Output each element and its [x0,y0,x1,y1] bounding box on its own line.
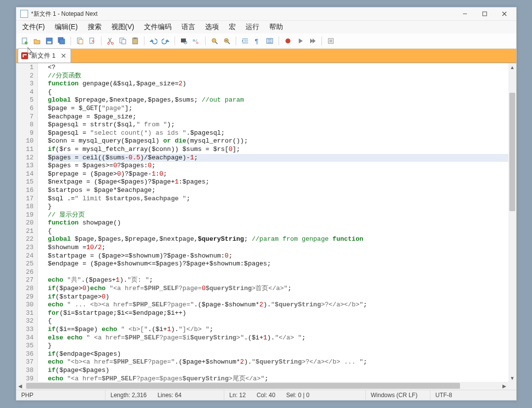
new-file-button[interactable] [19,36,30,46]
cut-doc-button[interactable] [87,36,98,46]
code-editor[interactable]: <?//分页函数function genpage(&$sql,$page_siz… [46,63,516,390]
menu-search[interactable]: 搜索 [83,21,106,33]
line-number[interactable]: 26 [23,268,34,277]
line-number[interactable]: 2 [23,72,34,80]
code-line[interactable]: $prepage = ($page>0)?$page-1:0; [48,170,514,179]
undo-button[interactable] [148,36,159,46]
line-number[interactable]: 12 [23,154,34,162]
copy-doc-button[interactable] [74,36,85,46]
scroll-left-arrow[interactable]: ◀ [16,382,24,390]
scroll-up-arrow[interactable]: ▲ [508,63,516,71]
line-number-gutter[interactable]: 1234567891011121314151617181920212223242… [16,63,38,390]
play-multi-button[interactable] [307,36,318,46]
zoom-in-button[interactable] [209,36,220,46]
menu-language[interactable]: 语言 [177,21,200,33]
menu-encoding[interactable]: 文件编码 [139,21,177,33]
show-para-button[interactable]: ¶ [252,36,263,46]
tab-close-button[interactable]: ✕ [60,52,68,59]
line-number[interactable]: 1 [23,64,34,72]
code-line[interactable]: global $page,$pages,$prepage,$nextpage,$… [48,235,514,244]
menu-options[interactable]: 选项 [200,21,224,33]
outdent-button[interactable] [264,36,275,46]
save-all-button[interactable] [56,36,67,46]
paste-button[interactable] [130,36,141,46]
menu-help[interactable]: 帮助 [264,21,288,33]
code-line[interactable]: $startpage = ($page>=$shownum)?$page-$sh… [48,252,514,260]
open-file-button[interactable] [32,36,42,46]
line-number[interactable]: 20 [23,219,34,227]
find-replace-button[interactable]: ab [191,36,202,46]
code-line[interactable]: if($startpage>0) [48,293,514,301]
vertical-scrollbar[interactable]: ▲ ▼ [508,63,516,382]
code-line[interactable]: } [48,203,514,211]
find-button[interactable] [178,36,189,46]
code-line[interactable]: $startpos = $page*$eachpage; [48,186,514,195]
code-line[interactable]: function genpage(&$sql,$page_size=2) [48,80,514,88]
menu-edit[interactable]: 编辑(E) [50,21,83,33]
code-line[interactable]: $pagesql = strstr($sql," from "); [48,121,514,129]
line-number[interactable]: 19 [23,211,34,220]
code-line[interactable]: echo " ... <b><a href=$PHP_SELF?page=".(… [48,301,514,309]
code-line[interactable]: function showpage() [48,219,514,227]
line-number[interactable]: 15 [23,178,34,186]
menu-view[interactable]: 视图(V) [106,21,140,33]
status-language[interactable]: PHP [16,390,106,400]
maximize-button[interactable] [475,7,495,20]
settings-button[interactable] [325,36,336,46]
code-line[interactable] [48,268,514,277]
code-line[interactable]: $endpage = ($page+$shownum<=$pages)?$pag… [48,260,514,268]
line-number[interactable]: 33 [23,326,34,334]
line-number[interactable]: 6 [23,105,34,113]
cut-button[interactable] [105,36,116,46]
line-number[interactable]: 28 [23,285,34,293]
line-number[interactable]: 22 [23,235,34,244]
code-line[interactable]: $pages = ceil(($sums-0.5)/$eachpage)-1; [48,154,514,162]
close-button[interactable] [495,7,514,20]
code-line[interactable]: echo "<b><a href=$PHP_SELF?page=".($page… [48,358,514,367]
line-number[interactable]: 17 [23,195,34,203]
code-line[interactable]: $sql .=" limit $startpos,$eachpage "; [48,195,514,203]
menu-file[interactable]: 文件(F) [17,21,50,33]
code-line[interactable]: if($i==$page) echo " <b>[".($i+1)."]</b>… [48,326,514,334]
status-encoding[interactable]: UTF-8 [430,390,516,400]
minimize-button[interactable] [455,7,475,20]
line-number[interactable]: 36 [23,350,34,359]
line-number[interactable]: 7 [23,113,34,121]
status-eol[interactable]: Windows (CR LF) [366,390,430,400]
scroll-right-arrow[interactable]: ▶ [500,382,508,390]
code-line[interactable]: global $prepage,$nextpage,$pages,$sums; … [48,96,514,105]
line-number[interactable]: 18 [23,203,34,211]
redo-button[interactable] [160,36,171,46]
code-line[interactable]: $conn = mysql_query($pagesql) or die(mys… [48,137,514,146]
line-number[interactable]: 29 [23,293,34,301]
copy-button[interactable] [117,36,128,46]
line-number[interactable]: 25 [23,260,34,268]
menu-macro[interactable]: 宏 [224,21,241,33]
tab-active[interactable]: 新文件 1 ✕ [18,48,71,63]
code-line[interactable]: $page = $_GET["page"]; [48,105,514,113]
scroll-down-arrow[interactable]: ▼ [508,374,516,382]
code-line[interactable]: // 显示分页 [48,211,514,220]
menu-run[interactable]: 运行 [241,21,264,33]
line-number[interactable]: 10 [23,137,34,146]
line-number[interactable]: 32 [23,317,34,326]
line-number[interactable]: 13 [23,162,34,170]
code-line[interactable]: $nextpage = ($page<$pages)?$page+1:$page… [48,178,514,186]
line-number[interactable]: 3 [23,80,34,88]
line-number[interactable]: 11 [23,146,34,154]
code-line[interactable]: echo "共".($pages+1)."页: "; [48,276,514,285]
line-number[interactable]: 16 [23,186,34,195]
code-line[interactable]: { [48,317,514,326]
code-line[interactable]: { [48,88,514,97]
line-number[interactable]: 37 [23,358,34,367]
code-line[interactable]: { [48,227,514,236]
record-button[interactable] [283,36,293,46]
line-number[interactable]: 23 [23,244,34,252]
line-number[interactable]: 24 [23,252,34,260]
line-number[interactable]: 4 [23,88,34,97]
line-number[interactable]: 35 [23,342,34,350]
code-line[interactable]: $shownum =10/2; [48,244,514,252]
line-number[interactable]: 34 [23,334,34,342]
save-button[interactable] [44,36,55,46]
code-line[interactable]: <? [48,64,514,72]
